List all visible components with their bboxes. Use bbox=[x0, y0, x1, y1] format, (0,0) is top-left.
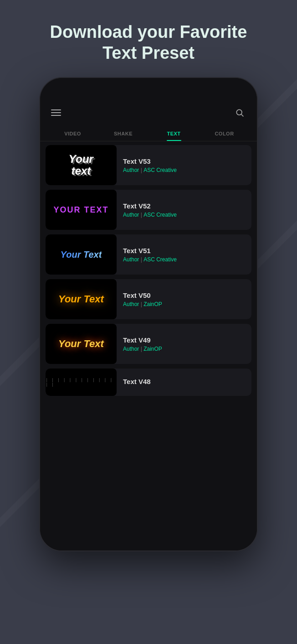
search-icon[interactable] bbox=[233, 106, 246, 119]
page-title: Download your FavoriteText Preset bbox=[23, 0, 275, 77]
tab-text[interactable]: TEXT bbox=[148, 125, 199, 141]
page-header: Download your FavoriteText Preset bbox=[23, 0, 275, 77]
preset-thumbnail-v51: Your Text bbox=[46, 234, 117, 275]
preset-author-v50: Author | ZainOP bbox=[123, 301, 248, 307]
preset-author-v52: Author | ASC Creative bbox=[123, 212, 248, 218]
svg-line-1 bbox=[241, 114, 244, 117]
preset-name-v53: Text V53 bbox=[123, 157, 248, 165]
app-header bbox=[40, 100, 257, 125]
preset-info-v48: Text V48 bbox=[123, 378, 251, 387]
tab-color[interactable]: COLOR bbox=[199, 125, 250, 141]
menu-icon[interactable] bbox=[51, 109, 61, 116]
preset-name-v52: Text V52 bbox=[123, 202, 248, 210]
preset-thumbnail-v50: Your Text bbox=[46, 279, 117, 319]
tabs-bar: VIDEO SHAKE TEXT COLOR bbox=[40, 125, 257, 141]
preset-info-v53: Text V53 Author | ASC Creative bbox=[123, 157, 251, 173]
preset-info-v51: Text V51 Author | ASC Creative bbox=[123, 247, 251, 263]
preset-thumbnail-v52: YOUR TEXT bbox=[46, 190, 117, 230]
preset-item-v48[interactable]: | | | | | | | | | | | | | | Text V48 bbox=[46, 369, 251, 396]
status-bar bbox=[40, 78, 257, 100]
preset-author-v51: Author | ASC Creative bbox=[123, 256, 248, 263]
preset-item-v52[interactable]: YOUR TEXT Text V52 Author | ASC Creative bbox=[46, 190, 251, 230]
preset-item-v49[interactable]: Your Text Text V49 Author | ZainOP bbox=[46, 324, 251, 364]
tab-shake[interactable]: SHAKE bbox=[98, 125, 148, 141]
preset-author-v53: Author | ASC Creative bbox=[123, 167, 248, 173]
svg-point-0 bbox=[236, 110, 242, 115]
preset-info-v49: Text V49 Author | ZainOP bbox=[123, 336, 251, 352]
preset-thumbnail-v48: | | | | | | | | | | | | | | bbox=[46, 369, 117, 396]
preset-author-v49: Author | ZainOP bbox=[123, 346, 248, 352]
preset-name-v48: Text V48 bbox=[123, 378, 248, 385]
preset-info-v52: Text V52 Author | ASC Creative bbox=[123, 202, 251, 218]
preset-thumbnail-v53: Yourtext bbox=[46, 145, 117, 185]
preset-item-v53[interactable]: Yourtext Text V53 Author | ASC Creative bbox=[46, 145, 251, 185]
preset-info-v50: Text V50 Author | ZainOP bbox=[123, 291, 251, 307]
preset-name-v51: Text V51 bbox=[123, 247, 248, 254]
preset-item-v51[interactable]: Your Text Text V51 Author | ASC Creative bbox=[46, 234, 251, 275]
tab-video[interactable]: VIDEO bbox=[47, 125, 98, 141]
preset-name-v49: Text V49 bbox=[123, 336, 248, 344]
preset-list: Yourtext Text V53 Author | ASC Creative … bbox=[40, 141, 257, 551]
preset-item-v50[interactable]: Your Text Text V50 Author | ZainOP bbox=[46, 279, 251, 319]
phone-mockup: VIDEO SHAKE TEXT COLOR Yourtext Text V53 bbox=[39, 77, 258, 570]
preset-thumbnail-v49: Your Text bbox=[46, 324, 117, 364]
phone-screen: VIDEO SHAKE TEXT COLOR Yourtext Text V53 bbox=[39, 77, 258, 551]
preset-name-v50: Text V50 bbox=[123, 291, 248, 299]
